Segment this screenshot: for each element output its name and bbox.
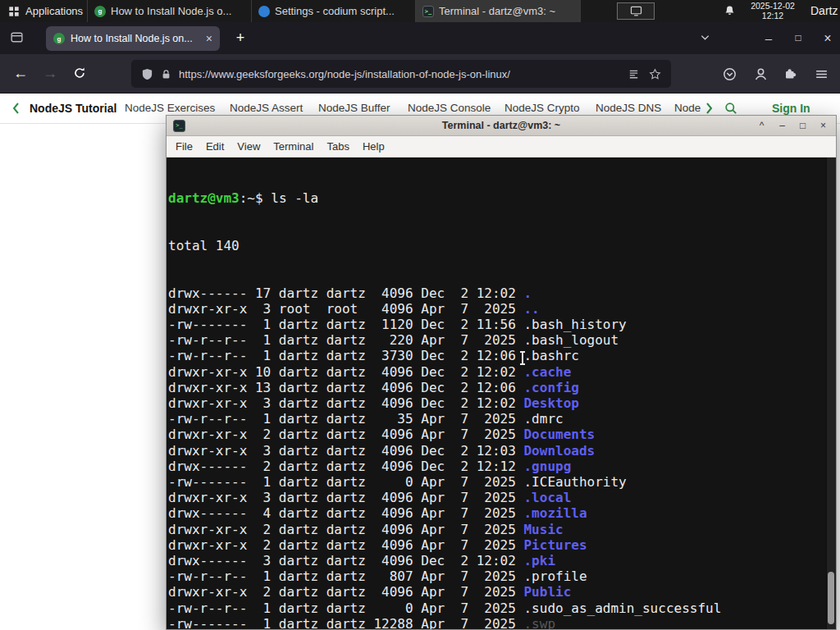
terminal-line: -rw------- 1 dartz dartz 0 Apr 7 2025 .I… bbox=[168, 474, 826, 490]
taskbar-window-terminal[interactable]: >_ Terminal - dartz@vm3: ~ bbox=[415, 0, 581, 22]
terminal-line: drwx------ 4 dartz dartz 4096 Apr 7 2025… bbox=[168, 505, 826, 521]
terminal-titlebar[interactable]: >_ Terminal - dartz@vm3: ~ ^ – □ × bbox=[167, 116, 836, 136]
terminal-line: -rw-r--r-- 1 dartz dartz 220 Apr 7 2025 … bbox=[168, 332, 826, 348]
file-name: .swp bbox=[523, 616, 555, 629]
file-name: Downloads bbox=[523, 443, 595, 459]
menu-edit[interactable]: Edit bbox=[206, 140, 224, 153]
tab-title: How to Install Node.js on... bbox=[71, 33, 193, 44]
terminal-scrollbar-thumb[interactable] bbox=[828, 572, 834, 624]
new-tab-button[interactable]: + bbox=[231, 29, 250, 48]
search-icon bbox=[724, 102, 737, 115]
pocket-icon bbox=[723, 67, 737, 81]
hamburger-icon bbox=[815, 67, 829, 81]
url-bar[interactable]: https://www.geeksforgeeks.org/node-js/in… bbox=[131, 60, 671, 88]
reload-icon bbox=[73, 66, 86, 80]
terminal-minimize-button[interactable]: – bbox=[776, 116, 788, 135]
file-name: .bash_history bbox=[523, 317, 626, 332]
terminal-total-line: total 140 bbox=[168, 238, 826, 253]
geeksforgeeks-favicon-icon: g bbox=[94, 6, 106, 17]
firefox-view-icon[interactable] bbox=[10, 30, 24, 44]
terminal-listing: drwx------ 17 dartz dartz 4096 Dec 2 12:… bbox=[168, 285, 826, 629]
terminal-line: drwxr-xr-x 3 dartz dartz 4096 Dec 2 12:0… bbox=[168, 443, 826, 459]
terminal-line: drwx------ 3 dartz dartz 4096 Dec 2 12:0… bbox=[168, 553, 826, 568]
menu-tabs[interactable]: Tabs bbox=[326, 140, 349, 153]
browser-tab-bar: g How to Install Node.js on... × + – □ × bbox=[0, 22, 840, 54]
terminal-shade-button[interactable]: ^ bbox=[756, 116, 768, 135]
file-name: .mozilla bbox=[523, 505, 587, 521]
terminal-line: drwxr-xr-x 2 dartz dartz 4096 Apr 7 2025… bbox=[168, 522, 826, 537]
file-name: .ICEauthority bbox=[523, 474, 626, 490]
back-button[interactable]: ← bbox=[8, 61, 33, 85]
terminal-line: drwx------ 2 dartz dartz 4096 Dec 2 12:1… bbox=[168, 459, 826, 474]
clock[interactable]: 2025-12-02 12:12 bbox=[740, 2, 806, 21]
nav-item-nodejs-tutorial[interactable]: NodeJS Tutorial bbox=[30, 94, 116, 123]
tab-close-button[interactable]: × bbox=[206, 33, 212, 44]
taskbar-window-firefox[interactable]: g How to Install Node.js o... bbox=[87, 0, 251, 22]
menu-file[interactable]: File bbox=[176, 140, 193, 153]
window-close-button[interactable]: × bbox=[815, 22, 840, 54]
site-search-button[interactable] bbox=[724, 102, 737, 115]
terminal-close-button[interactable]: × bbox=[817, 116, 829, 135]
browser-tab[interactable]: g How to Install Node.js on... × bbox=[46, 26, 220, 51]
nav-scroll-right-button[interactable] bbox=[705, 102, 714, 115]
user-menu[interactable]: Dartz bbox=[810, 0, 838, 22]
taskbar-window-codium[interactable]: Settings - codium script... bbox=[251, 0, 415, 22]
file-name: Public bbox=[523, 584, 571, 600]
window-maximize-button[interactable]: □ bbox=[786, 22, 810, 54]
applications-label: Applications bbox=[25, 5, 83, 17]
pocket-button[interactable] bbox=[718, 62, 741, 85]
file-name: .gnupg bbox=[523, 459, 571, 474]
file-name: .config bbox=[523, 380, 578, 395]
chevron-left-icon bbox=[11, 102, 20, 115]
file-name: Desktop bbox=[523, 395, 578, 411]
terminal-maximize-button[interactable]: □ bbox=[797, 116, 809, 135]
file-name: Pictures bbox=[523, 537, 587, 553]
terminal-line: drwx------ 17 dartz dartz 4096 Dec 2 12:… bbox=[168, 285, 826, 301]
notification-bell-icon[interactable] bbox=[724, 5, 736, 17]
codium-favicon-icon bbox=[258, 6, 270, 17]
terminal-line: -rw-r--r-- 1 dartz dartz 3730 Dec 2 12:0… bbox=[168, 348, 826, 363]
reload-button[interactable] bbox=[67, 61, 92, 85]
chevron-down-icon bbox=[699, 31, 711, 43]
terminal-command: ls -la bbox=[271, 190, 318, 206]
list-all-tabs-button[interactable] bbox=[699, 31, 711, 43]
terminal-output[interactable]: dartz@vm3:~$ ls -la total 140 drwx------… bbox=[167, 158, 826, 629]
browser-toolbar: ← → https://www.geeksforgeeks.org/node-j… bbox=[0, 54, 840, 94]
reader-mode-icon[interactable] bbox=[628, 68, 640, 80]
terminal-favicon-icon: >_ bbox=[422, 6, 434, 17]
desktop-panel: Applications g How to Install Node.js o.… bbox=[0, 0, 840, 22]
tab-favicon-icon: g bbox=[53, 33, 65, 44]
forward-button[interactable]: → bbox=[38, 61, 62, 85]
file-name: .profile bbox=[523, 568, 587, 584]
terminal-line: drwxr-xr-x 3 dartz dartz 4096 Dec 2 12:0… bbox=[168, 395, 826, 411]
window-minimize-button[interactable]: – bbox=[756, 22, 781, 54]
file-name: Music bbox=[523, 522, 563, 537]
menu-button[interactable] bbox=[810, 62, 833, 85]
file-name: .local bbox=[523, 490, 571, 505]
person-icon bbox=[754, 67, 768, 81]
terminal-line: drwxr-xr-x 3 root root 4096 Apr 7 2025 .… bbox=[168, 301, 826, 317]
clock-date: 2025-12-02 bbox=[740, 2, 806, 11]
terminal-line: -rw-r--r-- 1 dartz dartz 0 Apr 7 2025 .s… bbox=[168, 600, 826, 616]
nav-scroll-left-button[interactable] bbox=[11, 102, 20, 115]
terminal-line: drwxr-xr-x 13 dartz dartz 4096 Dec 2 12:… bbox=[168, 380, 826, 395]
terminal-line: -rw-r--r-- 1 dartz dartz 35 Apr 7 2025 .… bbox=[168, 411, 826, 427]
bookmark-star-icon[interactable] bbox=[649, 68, 661, 80]
file-name: .. bbox=[523, 301, 539, 317]
lock-icon[interactable] bbox=[161, 69, 171, 80]
menu-help[interactable]: Help bbox=[363, 140, 385, 153]
terminal-scrollbar[interactable] bbox=[826, 158, 836, 629]
shield-icon[interactable] bbox=[141, 68, 153, 80]
file-name: .bash_logout bbox=[523, 332, 619, 348]
menu-terminal[interactable]: Terminal bbox=[273, 140, 313, 153]
file-name: .pki bbox=[523, 553, 555, 568]
terminal-line: drwxr-xr-x 2 dartz dartz 4096 Apr 7 2025… bbox=[168, 427, 826, 442]
extensions-button[interactable] bbox=[778, 62, 801, 85]
file-name: Documents bbox=[523, 427, 595, 442]
menu-view[interactable]: View bbox=[237, 140, 260, 153]
applications-menu-button[interactable]: Applications bbox=[0, 0, 91, 22]
terminal-window: >_ Terminal - dartz@vm3: ~ ^ – □ × File … bbox=[166, 115, 837, 630]
terminal-window-title: Terminal - dartz@vm3: ~ bbox=[167, 120, 836, 131]
tray-window-indicator[interactable] bbox=[617, 2, 655, 20]
account-button[interactable] bbox=[749, 62, 772, 85]
